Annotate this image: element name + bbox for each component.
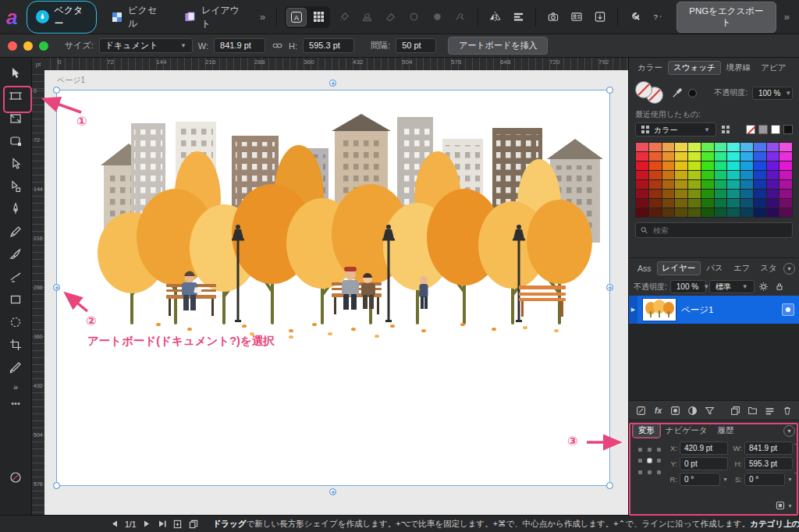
swatch-black[interactable] [783,125,793,134]
artboard-label[interactable]: ページ1 [57,75,85,86]
delete-layer-icon[interactable] [781,405,793,417]
selection-handle-top-center[interactable] [329,80,336,87]
swatch-cell[interactable] [715,143,727,151]
group-layers-icon[interactable] [747,405,758,417]
swatch-cell[interactable] [715,180,727,189]
frame-tool[interactable] [4,108,27,129]
swatch-cell[interactable] [649,208,662,217]
rectangle-tool[interactable] [4,289,27,310]
swatch-cell[interactable] [701,180,714,189]
auto-select-icon[interactable]: A [286,8,307,27]
swatch-cell[interactable] [740,180,753,189]
close-window-button[interactable] [8,41,17,51]
swatch-cell[interactable] [636,152,648,161]
swatch-cell[interactable] [767,199,779,207]
panel-menu-chevron[interactable]: ▼ [783,425,795,437]
swatch-cell[interactable] [675,143,687,151]
tab-history[interactable]: 履歴 [712,424,738,438]
pen-tool[interactable] [4,198,27,220]
swatch-cell[interactable] [649,190,662,198]
vector-brush-tool[interactable] [4,266,27,288]
blend-mode-select[interactable]: 標準 ▼ [709,280,755,293]
prev-page-button[interactable] [109,519,120,530]
swatch-cell[interactable] [662,199,675,207]
swatch-cell[interactable] [754,199,766,207]
swatch-cell[interactable] [779,180,792,189]
swatch-cell[interactable] [636,208,648,217]
swatch-cell[interactable] [754,171,766,179]
stamp-icon[interactable] [358,8,377,27]
swatch-cell[interactable] [649,171,662,179]
swatch-cell[interactable] [727,190,740,198]
ellipse-tool[interactable] [4,311,27,333]
shear-input[interactable]: 0 ° [744,473,785,486]
swatch-cell[interactable] [701,152,714,161]
brush-tool[interactable] [4,243,27,265]
live-filter-icon[interactable] [704,405,716,417]
ruler-unit[interactable]: pt [32,58,45,71]
pages-icon[interactable] [188,519,199,530]
x-input[interactable]: 420.9 pt [680,442,728,455]
link-dimensions-icon[interactable] [271,40,283,52]
swatch-cell[interactable] [701,199,714,207]
swatch-cell[interactable] [662,208,675,217]
size-select[interactable]: ドキュメント ▼ [99,38,193,53]
swatch-cell[interactable] [715,208,727,217]
tab-color[interactable]: カラー [633,61,667,75]
swatch-cell[interactable] [754,152,766,161]
smudge-icon[interactable] [451,8,470,27]
swatch-cell[interactable] [767,171,779,179]
swatch-cell[interactable] [754,180,766,189]
swatch-cell[interactable] [727,171,740,179]
no-style-icon[interactable] [4,466,27,488]
help-icon[interactable]: ? [648,8,667,27]
pencil-tool[interactable] [4,221,27,243]
swatch-cell[interactable] [727,143,740,151]
swatch-cell[interactable] [636,161,648,170]
snapshot-icon[interactable] [544,8,563,27]
swatch-cell[interactable] [727,152,740,161]
wrench-icon[interactable] [626,8,645,27]
swatch-cell[interactable] [779,143,792,151]
duplicate-layer-icon[interactable] [730,405,741,417]
swatch-cell[interactable] [767,152,779,161]
grid-icon[interactable] [308,8,328,27]
swatch-cell[interactable] [727,208,740,217]
tab-effects[interactable]: エフ [729,261,755,275]
swatch-cell[interactable] [715,161,727,170]
transform-origin-button[interactable]: ▼ [776,501,793,510]
layer-row[interactable]: ▶ ページ1 [629,296,799,324]
swatch-cell[interactable] [675,152,687,161]
tab-swatches[interactable]: スウォッチ [668,61,721,75]
last-page-button[interactable] [157,519,168,530]
tab-appearance[interactable]: アピア [756,61,790,75]
swatch-none[interactable] [746,125,755,134]
adjustment-layer-icon[interactable] [687,405,698,417]
swatch-cell[interactable] [662,143,675,151]
swatch-opacity-select[interactable]: 100 % ▼ [752,87,793,100]
swatch-cell[interactable] [649,152,662,161]
h-input[interactable]: 595.3 pt [744,457,793,470]
swatch-cell[interactable] [688,190,701,198]
tab-assets[interactable]: Ass [633,262,656,275]
swatch-cell[interactable] [662,161,675,170]
swatch-cell[interactable] [662,171,675,179]
swatch-cell[interactable] [754,143,766,151]
tools-overflow-chevron[interactable]: » [13,379,18,395]
toolbar-overflow-chevron[interactable]: » [781,11,793,23]
swatch-cell[interactable] [767,180,779,189]
swatch-cell[interactable] [701,190,714,198]
next-page-button[interactable] [141,519,152,530]
swatch-cell[interactable] [701,161,714,170]
swatch-cell[interactable] [767,161,779,170]
palette-select[interactable]: カラー ▼ [635,122,716,137]
swatch-cell[interactable] [636,143,648,151]
swatch-cell[interactable] [662,180,675,189]
move-tool[interactable] [4,62,27,84]
swatch-cell[interactable] [715,199,727,207]
swatch-cell[interactable] [636,171,648,179]
eraser-icon[interactable] [382,8,400,27]
swatch-cell[interactable] [715,152,727,161]
flip-horizontal-icon[interactable] [486,8,505,27]
contact-card-icon[interactable] [567,8,586,27]
